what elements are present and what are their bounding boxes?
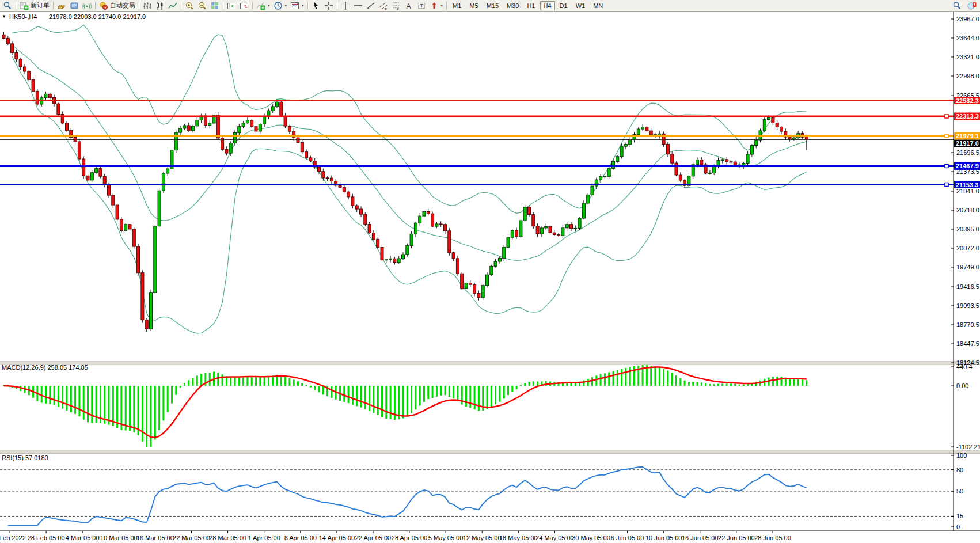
candle: [120, 219, 123, 230]
pane-separator[interactable]: [0, 362, 980, 364]
pane-separator[interactable]: [0, 451, 980, 454]
rsi-tick-label: 0: [956, 523, 960, 530]
candle: [578, 218, 581, 228]
candle: [431, 214, 434, 226]
tile-windows-button[interactable]: [208, 1, 221, 11]
channel-icon: E: [379, 1, 388, 10]
timeframe-D1-button[interactable]: D1: [556, 1, 571, 10]
candle: [204, 116, 207, 125]
shift-chart-button[interactable]: [225, 1, 238, 11]
candle: [545, 226, 548, 228]
candle: [162, 173, 165, 191]
cursor-button[interactable]: [310, 1, 322, 11]
chart-area[interactable]: 23967.023644.023321.022998.022665.521696…: [0, 12, 980, 543]
candle: [280, 102, 283, 116]
new-order-button-button[interactable]: 新订单: [18, 1, 51, 11]
macd-tick-label: -1102.21: [956, 443, 980, 450]
toolbar: 新订单自动交易▾▾▾EFAT▾M1M5M15M30H1H4D1W1MN: [0, 0, 980, 12]
fibonacci-button[interactable]: F: [390, 1, 402, 11]
candle: [372, 233, 375, 240]
candle: [507, 237, 510, 247]
candle: [183, 126, 186, 128]
candle: [301, 142, 303, 151]
arrows-button[interactable]: ▾: [428, 1, 445, 11]
timeframe-M30-button[interactable]: M30: [503, 1, 522, 10]
autotrading-button-button[interactable]: 自动交易: [97, 1, 137, 11]
time-tick-label: 10 Jun 05:00: [645, 534, 682, 541]
candle: [776, 123, 778, 127]
candle: [490, 266, 493, 275]
hline-handle: [945, 164, 948, 168]
timeframe-MN-button[interactable]: MN: [590, 1, 606, 10]
candle: [671, 154, 674, 163]
symbol-collapse-icon[interactable]: ▼: [2, 14, 6, 19]
candle-chart-button[interactable]: [154, 1, 166, 11]
svg-text:F: F: [397, 7, 399, 10]
timeframe-W1-button[interactable]: W1: [572, 1, 589, 10]
hline-button[interactable]: [352, 1, 364, 11]
rsi-indicator-label: RSI(15) 57.0180: [2, 454, 48, 461]
time-tick-label: 1 Apr 05:00: [248, 534, 280, 541]
candle: [763, 120, 766, 131]
help-button[interactable]: [966, 1, 978, 11]
candle: [108, 185, 111, 195]
editor-button[interactable]: [68, 1, 81, 11]
timeframe-group: M1M5M15M30H1H4D1W1MN: [449, 0, 607, 11]
candle: [66, 123, 69, 131]
toolbar-separator: [53, 2, 54, 10]
candle: [187, 126, 190, 131]
candle: [385, 260, 388, 260]
rsi-tick-label: 80: [956, 466, 963, 473]
toolbar-button-label: 新订单: [31, 1, 50, 10]
time-tick-label: 10 Mar 05:00: [100, 534, 138, 541]
line-chart-button[interactable]: [166, 1, 179, 11]
time-tick-label: 28 Mar 05:00: [209, 534, 246, 541]
candle: [717, 161, 720, 166]
timeframe-M15-button[interactable]: M15: [483, 1, 502, 10]
candle: [128, 225, 131, 229]
signal-button[interactable]: [81, 1, 93, 11]
charts-gold-button[interactable]: [55, 1, 68, 11]
trendline-button[interactable]: [364, 1, 377, 11]
timeframe-H1-button[interactable]: H1: [523, 1, 538, 10]
text-button[interactable]: A: [402, 1, 415, 11]
channel-button[interactable]: E: [377, 1, 390, 11]
price-tag-label: 21153.3: [956, 181, 978, 188]
zoom-out-button[interactable]: [196, 1, 208, 11]
candle: [116, 205, 119, 219]
bar-chart-icon: [143, 1, 152, 10]
candle: [137, 246, 140, 273]
search-button[interactable]: [951, 1, 963, 11]
candle: [574, 228, 577, 229]
macd-indicator-label: MACD(12,26,9) 258.05 174.85: [2, 364, 88, 371]
candle: [179, 128, 182, 132]
timeframe-H4-button[interactable]: H4: [540, 1, 555, 10]
candle: [461, 274, 464, 288]
time-tick-label: 16 Mar 05:00: [136, 534, 174, 541]
timeframe-M5-button[interactable]: M5: [466, 1, 481, 10]
time-tick-label: 18 May 05:00: [499, 534, 538, 541]
chart-canvas[interactable]: 23967.023644.023321.022998.022665.521696…: [0, 12, 980, 543]
candle: [523, 207, 526, 221]
candle: [406, 246, 409, 255]
indicators-button[interactable]: ▾: [255, 1, 272, 11]
toolbar-separator: [95, 2, 96, 10]
crosshair-button[interactable]: [322, 1, 335, 11]
bar-chart-button[interactable]: [141, 1, 154, 11]
svg-text:E: E: [385, 7, 387, 10]
zoom-in-button[interactable]: [183, 1, 196, 11]
price-tick-label: 21041.0: [956, 188, 979, 195]
templates-button[interactable]: ▾: [288, 1, 306, 11]
autoscroll-button[interactable]: [238, 1, 250, 11]
rsi-tick-label: 50: [956, 488, 963, 495]
candle: [582, 203, 585, 218]
candle: [246, 120, 249, 123]
vline-button[interactable]: [339, 1, 352, 11]
line-chart-icon: [168, 1, 177, 10]
candle: [192, 126, 195, 131]
periods-button[interactable]: ▾: [272, 1, 289, 11]
candle: [612, 161, 615, 168]
timeframe-M1-button[interactable]: M1: [449, 1, 465, 10]
search-left-button[interactable]: [1, 1, 14, 11]
label-button[interactable]: T: [415, 1, 428, 11]
